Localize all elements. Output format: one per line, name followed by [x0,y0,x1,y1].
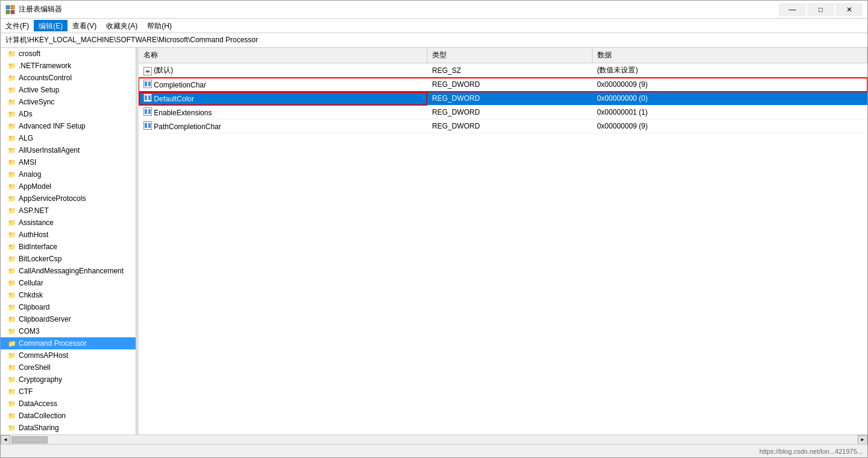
sidebar-item[interactable]: 📁crosoft [1,48,136,60]
table-cell-type: REG_DWORD [427,106,593,119]
close-button[interactable]: ✕ [835,3,863,16]
sidebar-item-label: COM3 [19,327,40,336]
sidebar-item[interactable]: 📁AppModel [1,180,136,192]
table-cell-data: 0x00000001 (1) [592,106,867,119]
sidebar-item[interactable]: 📁CallAndMessagingEnhancement [1,265,136,277]
sidebar-item[interactable]: 📁ASP.NET [1,205,136,217]
reg-icon-box [143,121,152,130]
sidebar-item-label: BitLockerCsp [19,255,61,263]
table-cell-type: REG_DWORD [427,92,593,106]
scroll-right-arrow[interactable]: ► [858,435,867,445]
table-row[interactable]: EnableExtensionsREG_DWORD0x00000001 (1) [139,106,867,119]
sidebar-item[interactable]: 📁COM3 [1,325,136,337]
folder-icon: 📁 [8,86,16,94]
sidebar-item[interactable]: 📁CoreShell [1,361,136,374]
menu-help[interactable]: 帮助(H) [142,20,177,31]
table-cell-type: REG_DWORD [427,119,593,133]
sidebar-item-label: DataAccess [19,399,57,408]
sidebar-item[interactable]: 📁Cryptography [1,374,136,386]
sidebar-item[interactable]: 📁CommsAPHost [1,349,136,361]
svg-rect-4 [145,81,147,86]
sidebar-item[interactable]: 📁BitLockerCsp [1,253,136,265]
sidebar-item[interactable]: 📁Clipboard [1,301,136,313]
col-header-type[interactable]: 类型 [427,48,593,63]
menu-file[interactable]: 文件(F) [1,20,34,31]
sidebar-item[interactable]: 📁.NETFramework [1,60,136,72]
table-cell-name: ab (默认) [139,63,427,78]
sidebar-item-label: Command Processor [19,339,87,348]
sidebar-item[interactable]: 📁DataAccess [1,398,136,410]
registry-editor-window: 注册表编辑器 — □ ✕ 文件(F) 编辑(E) 查看(V) 收藏夹(A) 帮助… [0,0,868,458]
sidebar-item-label: CTF [19,387,33,396]
col-header-data[interactable]: 数据 [592,48,867,63]
sidebar-item[interactable]: 📁BidInterface [1,241,136,253]
menu-favorites[interactable]: 收藏夹(A) [101,20,142,31]
main-content: 📁crosoft📁.NETFramework📁AccountsControl📁A… [1,48,867,434]
sidebar-item[interactable]: 📁AccountsControl [1,72,136,84]
app-icon [5,5,15,14]
sidebar-item[interactable]: 📁ADs [1,108,136,120]
folder-icon: 📁 [8,147,16,154]
sidebar-item[interactable]: 📁DataCollection [1,410,136,422]
scrollbar-track[interactable] [11,436,857,444]
minimize-button[interactable]: — [779,3,806,16]
folder-icon: 📁 [8,231,16,239]
sidebar-item[interactable]: 📁Command Processor [1,337,136,349]
address-path: 计算机\HKEY_LOCAL_MACHINE\SOFTWARE\Microsof… [5,35,258,45]
sidebar-item[interactable]: 📁AMSI [1,156,136,168]
sidebar-item[interactable]: 📁DDDS [1,434,136,434]
folder-icon: 📁 [8,50,16,58]
folder-icon: 📁 [8,135,16,142]
sidebar-item-label: AppModel [19,182,51,191]
table-cell-data: (数值未设置) [592,63,867,78]
folder-icon: 📁 [8,74,16,82]
sidebar: 📁crosoft📁.NETFramework📁AccountsControl📁A… [1,48,136,434]
sidebar-item-label: DataSharing [19,424,59,432]
sidebar-item[interactable]: 📁AuthHost [1,229,136,241]
maximize-button[interactable]: □ [807,3,834,16]
sidebar-item[interactable]: 📁DataSharing [1,422,136,434]
reg-type-icon [143,107,152,116]
sidebar-item[interactable]: 📁Analog [1,168,136,180]
folder-icon: 📁 [8,424,16,432]
sidebar-item[interactable]: 📁AllUserInstallAgent [1,144,136,156]
table-row[interactable]: ab (默认)REG_SZ(数值未设置) [139,63,867,78]
sidebar-item-label: .NETFramework [19,62,71,70]
reg-type-icon: ab [143,67,152,75]
scrollbar-thumb[interactable] [11,436,48,444]
folder-icon: 📁 [8,376,16,384]
svg-rect-2 [6,10,10,14]
sidebar-item[interactable]: 📁ActiveSync [1,96,136,108]
folder-icon: 📁 [8,364,16,372]
sidebar-item-label: ADs [19,110,33,118]
sidebar-item[interactable]: 📁AppServiceProtocols [1,192,136,205]
table-row[interactable]: PathCompletionCharREG_DWORD0x00000009 (9… [139,119,867,133]
sidebar-item[interactable]: 📁Assistance [1,217,136,229]
sidebar-item[interactable]: 📁Active Setup [1,84,136,96]
sidebar-item[interactable]: 📁Chkdsk [1,289,136,301]
sidebar-item-label: ActiveSync [19,98,54,106]
col-header-name[interactable]: 名称 [139,48,427,63]
sidebar-item-label: Cellular [19,279,43,287]
folder-icon: 📁 [8,412,16,420]
sidebar-item[interactable]: 📁CTF [1,386,136,398]
menu-edit[interactable]: 编辑(E) [34,20,68,31]
menu-view[interactable]: 查看(V) [68,20,101,31]
sidebar-item[interactable]: 📁ALG [1,132,136,144]
scroll-left-arrow[interactable]: ◄ [1,435,10,445]
table-cell-name: EnableExtensions [139,106,427,119]
registry-table: 名称 类型 数据 ab (默认)REG_SZ(数值未设置) Completion… [139,48,867,133]
title-bar: 注册表编辑器 — □ ✕ [1,1,867,19]
sidebar-item-label: AppServiceProtocols [19,194,86,203]
address-bar: 计算机\HKEY_LOCAL_MACHINE\SOFTWARE\Microsof… [1,33,867,48]
reg-icon-box: ab [143,67,152,75]
sidebar-item[interactable]: 📁Cellular [1,277,136,289]
table-row[interactable]: CompletionCharREG_DWORD0x00000009 (9) [139,78,867,92]
reg-icon-box [143,107,152,116]
sidebar-item[interactable]: 📁ClipboardServer [1,313,136,325]
folder-icon: 📁 [8,304,16,311]
sidebar-item-label: Advanced INF Setup [19,122,86,130]
folder-icon: 📁 [8,98,16,106]
table-row[interactable]: DefaultColorREG_DWORD0x00000000 (0) [139,92,867,106]
sidebar-item[interactable]: 📁Advanced INF Setup [1,120,136,132]
